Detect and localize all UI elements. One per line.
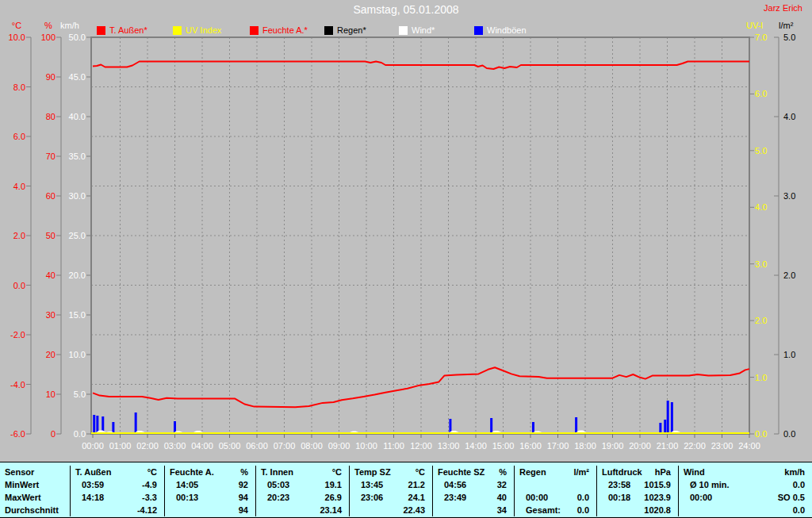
table-column: Feuchte SZ%04:563223:494034	[432, 466, 514, 516]
table-cell: 00:00	[515, 491, 548, 504]
table-cell	[433, 504, 444, 516]
table-row: Feuchte SZ%	[433, 466, 514, 478]
tick-label-rain: 2.0	[783, 271, 795, 280]
tick-label-uv: 3.0	[755, 259, 767, 269]
table-row: Sensor	[0, 466, 70, 478]
table-row: 23:581015.9	[597, 478, 678, 491]
tick-label-percent: 40	[46, 271, 56, 280]
table-cell: 0.0	[577, 491, 596, 504]
time-label: 11:00	[383, 441, 404, 451]
table-row: 34	[433, 504, 514, 516]
table-cell: 20:23	[256, 491, 289, 504]
table-row: 22.43	[350, 504, 432, 516]
table-cell: Feuchte SZ	[433, 466, 485, 478]
table-column: T. Außen°C03:59-4.914:18-3.3-4.12	[70, 466, 164, 516]
time-label: 07:00	[274, 441, 296, 451]
table-row: 04:5632	[433, 478, 514, 491]
table-cell	[515, 478, 526, 491]
tick-label-percent: 90	[46, 72, 56, 82]
table-cell: 19.1	[325, 478, 349, 491]
table-cell	[71, 504, 82, 516]
table-cell: 40	[497, 491, 514, 504]
table-row	[515, 478, 596, 491]
table-cell: 21.2	[408, 478, 432, 491]
tick-label-percent: 10	[46, 389, 56, 399]
table-row: 1020.8	[597, 504, 678, 516]
tick-label-uv: 4.0	[755, 202, 767, 212]
table-cell: km/h	[784, 466, 812, 478]
time-label: 13:00	[438, 441, 460, 451]
table-cell: 0.0	[793, 478, 812, 491]
table-cell: Ø 10 min.	[679, 478, 730, 491]
time-label: 06:00	[246, 441, 268, 451]
table-cell	[679, 504, 690, 516]
table-row: 05:0319.1	[256, 478, 349, 491]
table-cell: 05:03	[256, 478, 289, 491]
time-label: 23:00	[711, 441, 733, 451]
time-label: 04:00	[191, 441, 213, 451]
tick-label-celsius: 2.0	[13, 231, 25, 240]
table-cell: 0.0	[793, 504, 812, 516]
table-cell: °C	[416, 466, 432, 478]
table-cell: 1023.9	[644, 491, 678, 504]
tick-label-kmh: 30.0	[69, 191, 86, 201]
tick-label-uv: 6.0	[755, 89, 767, 98]
time-label: 15:00	[492, 441, 515, 451]
table-cell: 00:13	[165, 491, 198, 504]
table-row: Temp SZ°C	[350, 466, 432, 478]
table-cell: 34	[497, 504, 514, 516]
table-row: MinWert	[0, 478, 70, 491]
table-column: Regenl/m²00:000.0Gesamt:0.0	[514, 466, 596, 516]
table-row: Feuchte A.%	[165, 466, 255, 478]
table-cell: SO 0.5	[778, 491, 812, 504]
table-row: 20:2326.9	[256, 491, 349, 504]
tick-label-uv: 7.0	[755, 33, 767, 42]
table-cell: MaxWert	[0, 491, 41, 504]
table-cell: 23.14	[320, 504, 349, 516]
tick-label-percent: 70	[46, 152, 56, 161]
table-row: 00:181023.9	[597, 491, 678, 504]
table-row: MaxWert	[0, 491, 70, 504]
table-row: 14:0592	[165, 478, 255, 491]
tick-label-percent: 100	[41, 33, 56, 42]
table-cell: 24.1	[408, 491, 432, 504]
table-cell: Luftdruck	[597, 466, 642, 478]
tick-label-rain: 5.0	[783, 33, 795, 42]
table-cell: Regen	[515, 466, 546, 478]
table-cell: -3.3	[142, 491, 164, 504]
table-row: LuftdruckhPa	[597, 466, 678, 478]
time-label: 02:00	[136, 441, 159, 451]
table-column: SensorMinWertMaxWertDurchschnitt	[0, 466, 70, 516]
table-row: Ø 10 min.0.0	[679, 478, 812, 491]
time-label: 12:00	[410, 441, 432, 451]
time-label: 19:00	[602, 441, 624, 451]
table-row: T. Innen°C	[256, 466, 349, 478]
table-row: 0.0	[679, 504, 812, 516]
tick-label-celsius: -2.0	[10, 330, 25, 340]
time-label: 03:00	[164, 441, 186, 451]
table-row: 00:1394	[165, 491, 255, 504]
axis-celsius: 10.08.06.04.02.00.0-2.0-4.0-6.0	[9, 33, 31, 439]
time-label: 14:00	[465, 441, 487, 451]
time-label: 08:00	[301, 441, 323, 451]
grid-lines	[91, 37, 749, 434]
tick-label-percent: 20	[46, 350, 56, 359]
table-cell: 14:18	[71, 491, 104, 504]
tick-label-rain: 1.0	[783, 350, 795, 359]
tick-label-celsius: 0.0	[13, 281, 25, 290]
table-row: 03:59-4.9	[71, 478, 164, 491]
table-row: 00:000.0	[515, 491, 596, 504]
tick-label-rain: 0.0	[783, 429, 795, 439]
tick-label-celsius: 4.0	[13, 182, 25, 191]
tick-label-celsius: -4.0	[10, 380, 25, 389]
time-label: 20:00	[629, 441, 651, 451]
tick-label-celsius: 6.0	[13, 132, 25, 141]
table-cell: Durchschnitt	[0, 504, 59, 516]
table-cell: 32	[497, 478, 514, 491]
tick-label-kmh: 40.0	[69, 112, 86, 121]
table-cell: 26.9	[325, 491, 349, 504]
table-cell: °C	[332, 466, 349, 478]
table-cell: 1020.8	[644, 504, 678, 516]
table-row: 23.14	[256, 504, 349, 516]
time-label: 00:00	[82, 441, 104, 451]
